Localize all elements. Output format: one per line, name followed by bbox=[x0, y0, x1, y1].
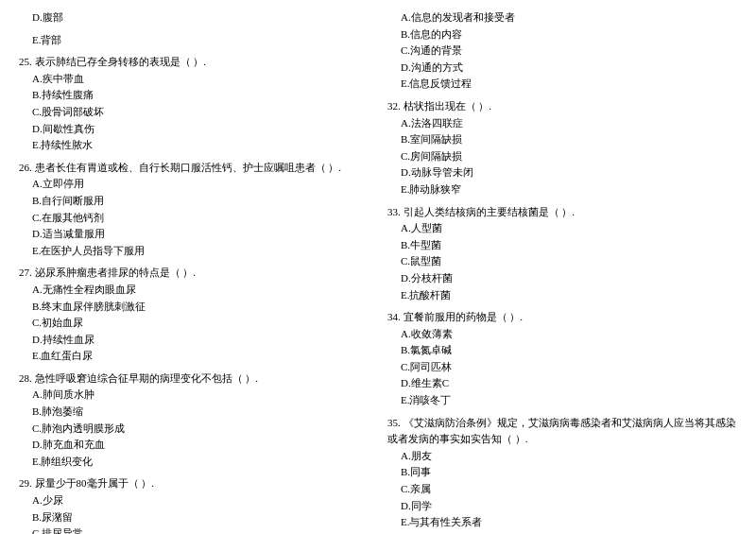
q28-opt-c: C.肺泡内透明膜形成 bbox=[19, 421, 369, 438]
q34-opt-c: C.阿司匹林 bbox=[387, 359, 737, 376]
q29-opt-b: B.尿潴留 bbox=[19, 509, 369, 526]
page-content: D.腹部 E.背部 25. 表示肺结已存全身转移的表现是（ ）. A.疾中带血 … bbox=[19, 9, 737, 534]
q35-opt-e: E.与其有性关系者 bbox=[387, 514, 737, 531]
question-29: 29. 尿量少于80毫升属于（ ）. A.少尿 B.尿潴留 C.排尿异常 D.尿… bbox=[19, 475, 369, 534]
q29-title: 29. 尿量少于80毫升属于（ ）. bbox=[19, 475, 369, 492]
q35-title: 35. 《艾滋病防治条例》规定，艾滋病病毒感染者和艾滋病病人应当将其感染或者发病… bbox=[387, 415, 737, 448]
right-column: A.信息的发现者和接受者 B.信息的内容 C.沟通的背景 D.沟通的方式 E.信… bbox=[387, 9, 737, 534]
question-32: 32. 枯状指出现在（ ）. A.法洛四联症 B.室间隔缺损 C.房间隔缺损 D… bbox=[387, 98, 737, 198]
left-column: D.腹部 E.背部 25. 表示肺结已存全身转移的表现是（ ）. A.疾中带血 … bbox=[19, 9, 369, 534]
question-35: 35. 《艾滋病防治条例》规定，艾滋病病毒感染者和艾滋病病人应当将其感染或者发病… bbox=[387, 415, 737, 531]
q27-opt-c: C.初始血尿 bbox=[19, 315, 369, 332]
question-33: 33. 引起人类结核病的主要结核菌是（ ）. A.人型菌 B.牛型菌 C.鼠型菌… bbox=[387, 204, 737, 304]
q31-opt-c: C.沟通的背景 bbox=[387, 43, 737, 60]
q35-opt-b: B.同事 bbox=[387, 464, 737, 481]
q25-opt-c: C.股骨词部破坏 bbox=[19, 104, 369, 121]
q27-title: 27. 泌尿系肿瘤患者排尿的特点是（ ）. bbox=[19, 265, 369, 282]
q27-opt-e: E.血红蛋白尿 bbox=[19, 348, 369, 365]
q25-opt-b: B.持续性腹痛 bbox=[19, 87, 369, 104]
q31-opt-a: A.信息的发现者和接受者 bbox=[387, 9, 737, 26]
q33-title: 33. 引起人类结核病的主要结核菌是（ ）. bbox=[387, 204, 737, 221]
q28-opt-a: A.肺间质水肿 bbox=[19, 387, 369, 404]
q28-opt-d: D.肺充血和充血 bbox=[19, 437, 369, 454]
q25-opt-a: A.疾中带血 bbox=[19, 71, 369, 88]
q32-opt-c: C.房间隔缺损 bbox=[387, 148, 737, 165]
q31-right-options: A.信息的发现者和接受者 B.信息的内容 C.沟通的背景 D.沟通的方式 E.信… bbox=[387, 9, 737, 93]
question-26: 26. 患者长住有胃道或检、自行长期口服活性钙、护士应嘱咀患者（ ）. A.立即… bbox=[19, 160, 369, 260]
q31-opt-b: B.信息的内容 bbox=[387, 26, 737, 43]
q34-opt-d: D.维生素C bbox=[387, 375, 737, 392]
q28-opt-b: B.肺泡萎缩 bbox=[19, 404, 369, 421]
q34-opt-b: B.氯氮卓碱 bbox=[387, 342, 737, 359]
q25-opt-e: E.持续性脓水 bbox=[19, 137, 369, 154]
q31-opt-e: E.信息反馈过程 bbox=[387, 76, 737, 93]
q26-opt-b: B.自行间断服用 bbox=[19, 193, 369, 210]
q35-opt-d: D.同学 bbox=[387, 498, 737, 515]
q27-opt-a: A.无痛性全程肉眼血尿 bbox=[19, 282, 369, 299]
q34-opt-e: E.消咳冬丁 bbox=[387, 392, 737, 409]
q-e-back: E.背部 bbox=[19, 32, 369, 49]
q-d-fatty: D.腹部 bbox=[19, 9, 369, 26]
q31-opt-d: D.沟通的方式 bbox=[387, 60, 737, 77]
question-34: 34. 宜餐前服用的药物是（ ）. A.收敛薄素 B.氯氮卓碱 C.阿司匹林 D… bbox=[387, 309, 737, 409]
question-25: 25. 表示肺结已存全身转移的表现是（ ）. A.疾中带血 B.持续性腹痛 C.… bbox=[19, 54, 369, 154]
q27-opt-d: D.持续性血尿 bbox=[19, 332, 369, 349]
q26-opt-e: E.在医护人员指导下服用 bbox=[19, 243, 369, 260]
q32-opt-e: E.肺动脉狭窄 bbox=[387, 181, 737, 198]
question-27: 27. 泌尿系肿瘤患者排尿的特点是（ ）. A.无痛性全程肉眼血尿 B.终末血尿… bbox=[19, 265, 369, 365]
q32-opt-d: D.动脉导管未闭 bbox=[387, 164, 737, 181]
option-e-back: E.背部 bbox=[19, 32, 369, 49]
q35-opt-a: A.朋友 bbox=[387, 448, 737, 465]
q26-opt-d: D.适当减量服用 bbox=[19, 226, 369, 243]
question-28: 28. 急性呼吸窘迫综合征早期的病理变化不包括（ ）. A.肺间质水肿 B.肺泡… bbox=[19, 370, 369, 471]
q33-opt-d: D.分枝杆菌 bbox=[387, 270, 737, 287]
q32-opt-a: A.法洛四联症 bbox=[387, 115, 737, 132]
q28-title: 28. 急性呼吸窘迫综合征早期的病理变化不包括（ ）. bbox=[19, 370, 369, 388]
q29-opt-c: C.排尿异常 bbox=[19, 525, 369, 534]
q26-title: 26. 患者长住有胃道或检、自行长期口服活性钙、护士应嘱咀患者（ ）. bbox=[19, 160, 369, 177]
q33-opt-c: C.鼠型菌 bbox=[387, 253, 737, 270]
q25-opt-d: D.间歇性真伤 bbox=[19, 121, 369, 138]
q33-opt-a: A.人型菌 bbox=[387, 220, 737, 237]
q34-title: 34. 宜餐前服用的药物是（ ）. bbox=[387, 309, 737, 326]
q27-opt-b: B.终末血尿伴膀胱刺激征 bbox=[19, 299, 369, 316]
q29-opt-a: A.少尿 bbox=[19, 492, 369, 509]
q33-opt-b: B.牛型菌 bbox=[387, 237, 737, 254]
q34-opt-a: A.收敛薄素 bbox=[387, 326, 737, 343]
q25-title: 25. 表示肺结已存全身转移的表现是（ ）. bbox=[19, 54, 369, 71]
q32-opt-b: B.室间隔缺损 bbox=[387, 131, 737, 148]
q28-opt-e: E.肺组织变化 bbox=[19, 454, 369, 471]
q32-title: 32. 枯状指出现在（ ）. bbox=[387, 98, 737, 115]
q35-opt-c: C.亲属 bbox=[387, 481, 737, 498]
option-d-fatty: D.腹部 bbox=[19, 9, 369, 26]
q26-opt-c: C.在服其他钙剂 bbox=[19, 210, 369, 227]
q33-opt-e: E.抗酸杆菌 bbox=[387, 287, 737, 304]
q26-opt-a: A.立即停用 bbox=[19, 176, 369, 193]
